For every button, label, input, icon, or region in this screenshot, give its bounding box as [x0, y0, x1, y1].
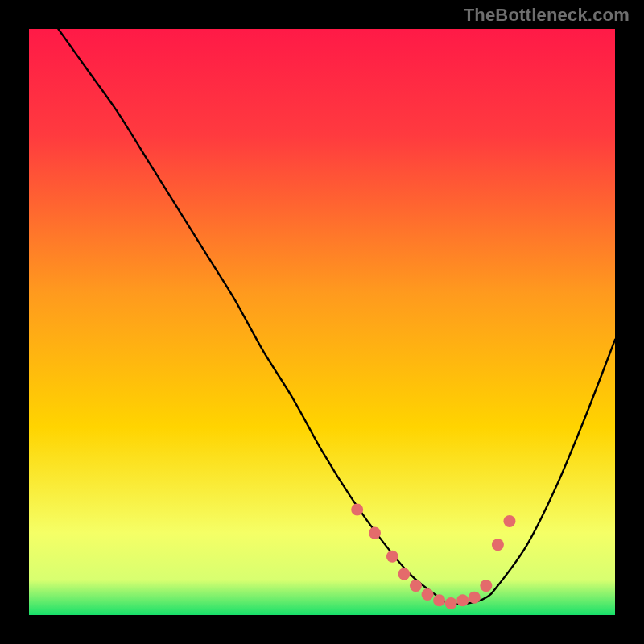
curve-marker — [456, 594, 469, 606]
curve-marker — [351, 503, 363, 515]
curve-marker — [503, 515, 515, 527]
curve-marker — [492, 539, 504, 551]
curve-marker — [433, 594, 445, 606]
curve-marker — [398, 568, 410, 580]
curve-marker — [386, 551, 398, 563]
curve-marker — [369, 527, 381, 539]
curve-marker — [445, 597, 457, 609]
gradient-background — [29, 29, 615, 615]
bottleneck-plot — [0, 0, 644, 644]
curve-marker — [422, 588, 434, 601]
curve-marker — [469, 592, 481, 604]
watermark-text: TheBottleneck.com — [464, 5, 630, 26]
curve-marker — [410, 580, 422, 592]
curve-marker — [480, 580, 492, 592]
chart-frame: TheBottleneck.com — [0, 0, 644, 644]
